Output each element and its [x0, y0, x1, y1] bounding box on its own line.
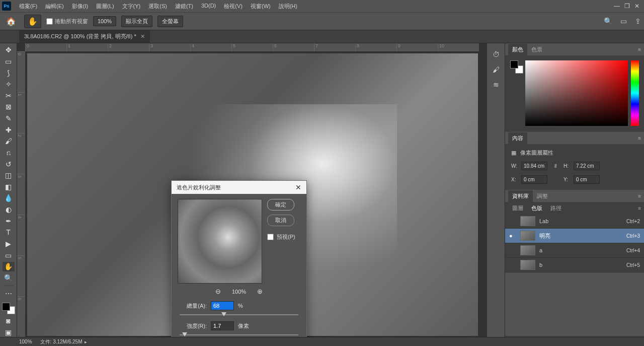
workspace-icon[interactable]: ▭ [620, 17, 627, 25]
path-select-tool[interactable]: ▶ [3, 239, 15, 249]
menu-item[interactable]: 編輯(E) [41, 1, 68, 12]
status-zoom[interactable]: 100% [19, 339, 32, 344]
color-panel: 顏色 色票 ≡ [505, 43, 644, 131]
tab-layers[interactable]: 圖層 [508, 202, 527, 214]
tab-paths[interactable]: 路徑 [546, 202, 566, 214]
tab-library[interactable]: 資料庫 [508, 190, 533, 202]
width-input[interactable] [521, 162, 547, 170]
zoom-in-icon[interactable]: ⊕ [257, 288, 263, 295]
eyedropper-tool[interactable]: ✎ [3, 114, 15, 123]
screen-mode[interactable]: ▣ [3, 327, 15, 337]
channel-name: a [539, 247, 622, 253]
zoom-tool[interactable]: 🔍 [3, 273, 15, 283]
menu-item[interactable]: 選取(S) [144, 1, 171, 12]
channel-row[interactable]: ●明亮Ctrl+3 [505, 229, 644, 243]
close-button[interactable]: ✕ [632, 3, 642, 10]
panel-menu-icon[interactable]: ≡ [638, 47, 641, 52]
magic-wand-tool[interactable]: ✧ [3, 80, 15, 89]
panel-menu-icon[interactable]: ≡ [638, 135, 641, 141]
crop-tool[interactable]: ✂ [3, 91, 15, 101]
healing-brush-tool[interactable]: ✚ [3, 125, 15, 134]
dialog-titlebar[interactable]: 遮色片銳利化調整 ✕ [172, 181, 306, 194]
blur-tool[interactable]: 💧 [3, 193, 15, 203]
edit-toolbar[interactable]: ⋯ [3, 289, 15, 299]
close-tab-icon[interactable]: ✕ [140, 33, 145, 40]
hue-slider[interactable] [631, 60, 639, 126]
menu-item[interactable]: 檢視(V) [220, 1, 247, 12]
frame-tool[interactable]: ⊠ [3, 102, 15, 112]
amount-slider[interactable] [180, 314, 298, 315]
color-swatch[interactable] [2, 303, 15, 314]
clone-stamp-tool[interactable]: ⎌ [3, 148, 15, 158]
share-icon[interactable]: ⇪ [635, 17, 641, 25]
shape-tool[interactable]: ▭ [3, 250, 15, 260]
status-arrow-icon[interactable]: ▸ [85, 339, 87, 344]
home-icon[interactable]: 🏠 [3, 17, 19, 26]
zoom-level[interactable]: 100% [93, 16, 116, 26]
hand-tool-icon[interactable]: ✋ [24, 15, 41, 28]
menu-item[interactable]: 視窗(W) [247, 1, 275, 12]
marquee-tool[interactable]: ▭ [3, 57, 15, 66]
eraser-tool[interactable]: ◫ [3, 171, 15, 180]
panel-menu-icon[interactable]: ≡ [638, 205, 641, 211]
brush-tool[interactable]: 🖌 [3, 136, 15, 146]
amount-input[interactable] [211, 301, 234, 310]
channel-row[interactable]: aCtrl+4 [505, 243, 644, 258]
preview-checkbox[interactable] [267, 234, 274, 240]
document-tab[interactable]: 3L8A0186.CR2 @ 100% (背景 拷貝, 明亮/8) * ✕ [19, 30, 150, 43]
type-tool[interactable]: T [3, 228, 15, 237]
minimize-button[interactable]: — [612, 3, 622, 10]
menu-item[interactable]: 檔案(F) [15, 1, 41, 12]
channel-row[interactable]: bCtrl+5 [505, 258, 644, 272]
tab-properties[interactable]: 內容 [508, 132, 527, 144]
ok-button[interactable]: 確定 [267, 199, 294, 211]
brushes-panel-icon[interactable]: 🖌 [493, 65, 500, 74]
quick-mask[interactable]: ◙ [3, 316, 15, 326]
move-tool[interactable]: ✥ [3, 45, 15, 55]
lasso-tool[interactable]: ⟆ [3, 68, 15, 78]
foreground-color[interactable] [2, 303, 10, 311]
radius-slider[interactable] [180, 334, 298, 335]
tab-adjustments[interactable]: 調整 [533, 190, 552, 202]
x-input[interactable] [521, 175, 547, 184]
fit-page-button[interactable]: 顯示全頁 [121, 16, 152, 27]
zoom-out-icon[interactable]: ⊖ [215, 288, 221, 295]
history-panel-icon[interactable]: ⏱ [493, 50, 500, 58]
height-input[interactable] [574, 162, 600, 170]
menu-item[interactable]: 3D(D) [197, 1, 220, 12]
unsharp-mask-dialog: 遮色片銳利化調整 ✕ 確定 取消 預視(P) ⊖ [171, 180, 307, 337]
dialog-preview[interactable] [178, 199, 262, 284]
menu-item[interactable]: 圖層(L) [92, 1, 118, 12]
dialog-zoom-value: 100% [232, 289, 246, 295]
status-doc: 文件: 3.12M/6.25M [40, 339, 83, 344]
hand-tool[interactable]: ✋ [3, 262, 15, 271]
fullscreen-button[interactable]: 全螢幕 [157, 16, 183, 27]
radius-input[interactable] [211, 321, 234, 330]
y-input[interactable] [574, 175, 600, 184]
cancel-button[interactable]: 取消 [267, 215, 294, 226]
color-picker[interactable] [525, 60, 628, 126]
menu-item[interactable]: 濾鏡(T) [171, 1, 197, 12]
tab-channels[interactable]: 色版 [527, 202, 546, 214]
visibility-icon[interactable]: ● [509, 233, 516, 239]
menu-item[interactable]: 影像(I) [68, 1, 92, 12]
link-wh-icon[interactable]: ⥯ [550, 163, 560, 169]
search-icon[interactable]: 🔍 [604, 17, 612, 25]
tab-color[interactable]: 顏色 [508, 44, 527, 55]
scroll-all-checkbox[interactable] [46, 18, 53, 25]
panel-menu-icon[interactable]: ≡ [638, 193, 641, 199]
tab-swatches[interactable]: 色票 [527, 44, 546, 55]
channel-row[interactable]: LabCtrl+2 [505, 214, 644, 229]
menubar: Ps 檔案(F)編輯(E)影像(I)圖層(L)文字(Y)選取(S)濾鏡(T)3D… [0, 0, 644, 12]
gradient-tool[interactable]: ◧ [3, 182, 15, 192]
restore-button[interactable]: ❐ [622, 3, 632, 10]
adjustments-panel-icon[interactable]: ≋ [493, 81, 499, 89]
menu-item[interactable]: 說明(H) [275, 1, 301, 12]
pen-tool[interactable]: ✒ [3, 216, 15, 226]
history-brush-tool[interactable]: ↺ [3, 159, 15, 169]
dialog-close-icon[interactable]: ✕ [295, 183, 301, 191]
panel-color-swatch[interactable] [510, 60, 522, 126]
scroll-all-windows-checkbox[interactable]: 捲動所有視窗 [46, 18, 88, 25]
menu-item[interactable]: 文字(Y) [118, 1, 145, 12]
dodge-tool[interactable]: ◐ [3, 205, 15, 215]
